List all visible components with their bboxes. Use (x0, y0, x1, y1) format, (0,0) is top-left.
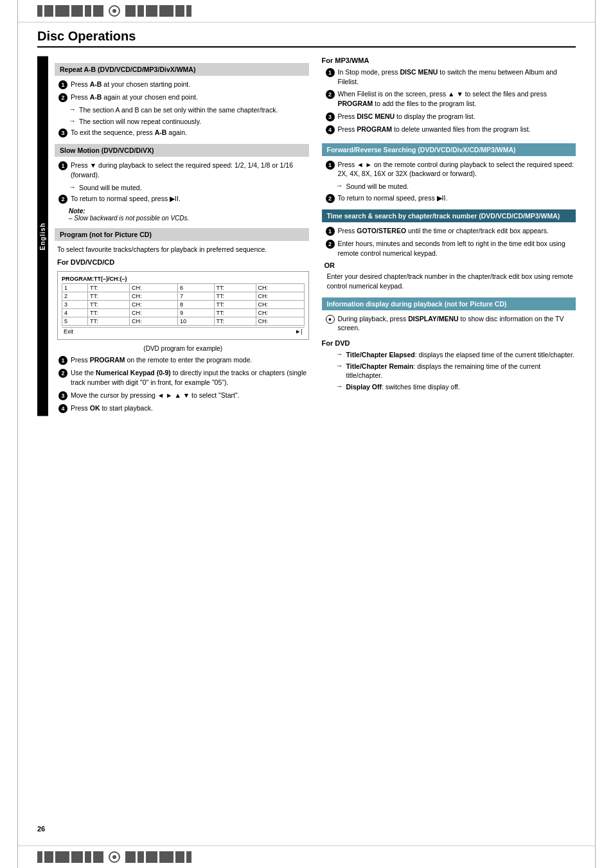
bottom-circle (109, 851, 120, 863)
repeat-ab-arrow-text-1: The section A and B can be set only with… (79, 105, 278, 115)
mp3-item-2: 2 When Filelist is on the screen, press … (324, 89, 576, 108)
number-4: 4 (326, 125, 335, 134)
table-row: 4TT:CH: 9TT:CH: (62, 309, 305, 317)
dvd-arrow-text-3: Display Off: switches time display off. (346, 382, 460, 392)
fwd-rev-arrow-1: → Sound will be muted. (324, 182, 576, 191)
next-icon: ►| (295, 328, 302, 335)
number-1: 1 (58, 356, 67, 365)
header-block (71, 851, 83, 863)
program-text-3: Move the cursor by pressing ◄ ► ▲ ▼ to s… (71, 391, 240, 400)
header-block (93, 851, 103, 863)
number-1: 1 (58, 80, 67, 89)
mp3-text-1: In Stop mode, press DISC MENU to switch … (338, 67, 576, 86)
number-1: 1 (58, 161, 67, 170)
or-label: OR (324, 261, 576, 269)
info-display-text-1: During playback, press DISPLAY/MENU to s… (338, 314, 576, 333)
content-wrapper: English Repeat A-B (DVD/VCD/CD/MP3/DivX/… (37, 57, 576, 416)
header-block (138, 851, 144, 863)
bullet-circle: ● (326, 315, 335, 324)
header-circle-inner (112, 9, 116, 13)
number-2: 2 (326, 90, 335, 99)
program-text-1: Press PROGRAM on the remote to enter the… (71, 355, 252, 365)
header-block (85, 851, 91, 863)
time-search-content: 1 Press GOTO/STEREO until the time or ch… (322, 226, 576, 291)
header-block (125, 851, 136, 863)
right-margin (595, 0, 613, 868)
repeat-ab-section-header: Repeat A-B (DVD/VCD/CD/MP3/DivX/WMA) (55, 63, 309, 76)
slow-motion-arrow-1: → Sound will be muted. (57, 183, 309, 193)
dvd-arrow-3: → Display Off: switches time display off… (324, 382, 576, 392)
repeat-ab-text-2: Press A-B again at your chosen end point… (71, 93, 198, 102)
mp3-text-4: Press PROGRAM to delete unwanted files f… (338, 125, 531, 134)
header-bar (18, 0, 595, 22)
bottom-pattern-right (125, 851, 191, 863)
or-section: OR Enter your desired chapter/track numb… (324, 261, 576, 290)
note-title: Note: (69, 208, 309, 215)
mp3-wma-content: 1 In Stop mode, press DISC MENU to switc… (322, 67, 576, 134)
program-intro: To select favourite tracks/chapters for … (57, 245, 309, 254)
mp3-item-1: 1 In Stop mode, press DISC MENU to switc… (324, 67, 576, 86)
main-columns: Repeat A-B (DVD/VCD/CD/MP3/DivX/WMA) 1 P… (55, 57, 576, 416)
header-block (186, 5, 191, 17)
number-3: 3 (58, 391, 67, 400)
fwd-rev-arrow-text-1: Sound will be muted. (346, 182, 409, 191)
for-dvd-title: For DVD (322, 339, 576, 347)
dvd-caption: (DVD program for example) (57, 345, 309, 352)
arrow-icon: → (336, 350, 343, 358)
number-1: 1 (326, 68, 335, 77)
repeat-ab-item-1: 1 Press A-B at your chosen starting poin… (57, 80, 309, 89)
time-search-item-1: 1 Press GOTO/STEREO until the time or ch… (324, 226, 576, 236)
number-2: 2 (58, 93, 67, 102)
number-2: 2 (326, 240, 335, 249)
dvd-arrow-text-1: Title/Chapter Elapsed: displays the elap… (346, 350, 574, 360)
note-text: – Slow backward is not possible on VCDs. (69, 215, 309, 222)
table-row: 2TT:CH: 7TT:CH: (62, 292, 305, 301)
fwd-rev-text-1: Press ◄ ► on the remote control during p… (338, 160, 576, 179)
header-block (125, 5, 136, 17)
arrow-icon: → (336, 182, 343, 190)
fwd-rev-section-header: Forward/Reverse Searching (DVD/VCD/DivX/… (322, 143, 576, 156)
header-block (146, 851, 157, 863)
header-block (44, 851, 53, 863)
mp3-wma-title: For MP3/WMA (322, 57, 576, 64)
program-text-4: Press OK to start playback. (71, 403, 153, 413)
header-block (175, 851, 184, 863)
bottom-bar (18, 846, 595, 868)
repeat-ab-text-3: To exit the sequence, press A-B again. (71, 128, 187, 137)
repeat-ab-arrow-2: → The section will now repeat continuous… (57, 117, 309, 127)
dvd-arrow-2: → Title/Chapter Remain: displays the rem… (324, 362, 576, 380)
header-block (159, 5, 173, 17)
number-3: 3 (326, 112, 335, 121)
arrow-icon: → (336, 362, 343, 369)
header-block (37, 851, 42, 863)
number-3: 3 (58, 128, 67, 137)
footer: 26 (18, 436, 595, 846)
program-item-3: 3 Move the cursor by pressing ◄ ► ▲ ▼ to… (57, 391, 309, 400)
header-circle (109, 5, 120, 17)
info-display-content: ● During playback, press DISPLAY/MENU to… (322, 314, 576, 333)
dvd-arrow-text-2: Title/Chapter Remain: displays the remai… (346, 362, 576, 380)
header-block (44, 5, 53, 17)
program-item-4: 4 Press OK to start playback. (57, 403, 309, 413)
header-block (186, 851, 191, 863)
repeat-ab-arrow-1: → The section A and B can be set only wi… (57, 105, 309, 115)
header-block (159, 851, 173, 863)
header-pattern-left (37, 5, 103, 17)
program-text-2: Use the Numerical Keypad (0-9) to direct… (71, 368, 309, 387)
fwd-rev-text-2: To return to normal speed, press ▶II. (338, 193, 448, 203)
number-4: 4 (58, 404, 67, 413)
dvd-arrow-1: → Title/Chapter Elapsed: displays the el… (324, 350, 576, 360)
for-dvd-content: → Title/Chapter Elapsed: displays the el… (322, 350, 576, 392)
header-block (175, 5, 184, 17)
slow-motion-section-header: Slow Motion (DVD/VCD/DiVX) (55, 144, 309, 157)
program-item-2: 2 Use the Numerical Keypad (0-9) to dire… (57, 368, 309, 387)
slow-motion-content: 1 Press ▼ during playback to select the … (55, 161, 309, 222)
time-search-section-header: Time search & search by chapter/track nu… (322, 209, 576, 222)
note-section: Note: – Slow backward is not possible on… (57, 208, 309, 222)
header-block (93, 5, 103, 17)
header-block (146, 5, 157, 17)
repeat-ab-arrow-text-2: The section will now repeat continuously… (79, 117, 201, 127)
table-row: 1TT:CH: 6TT:CH: (62, 284, 305, 292)
number-1: 1 (326, 227, 335, 236)
prog-table: 1TT:CH: 6TT:CH: 2TT:CH: 7TT:CH: 3TT:CH: (62, 283, 305, 326)
